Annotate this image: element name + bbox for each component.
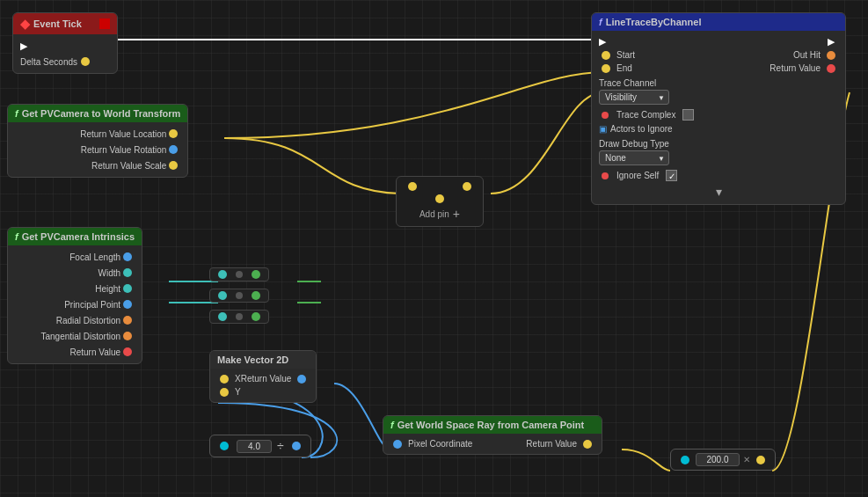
- math1-in-mid[interactable]: [236, 271, 243, 278]
- lt-ignoreself-checkbox[interactable]: [666, 170, 677, 181]
- lt-returnval-label: Return Value: [770, 63, 821, 73]
- lt-ignoreself-row: Ignore Self: [592, 168, 845, 183]
- lt-tracechannel-dropdown[interactable]: Visibility: [599, 90, 669, 105]
- lt-exec-out[interactable]: [828, 36, 838, 47]
- add-pin-label-row[interactable]: Add pin +: [419, 207, 460, 221]
- return-val-rot-pin[interactable]: [169, 145, 178, 154]
- tangential-distortion-row: Tangential Distortion: [8, 328, 142, 344]
- return-val-scale-label: Return Value Scale: [91, 161, 166, 171]
- height-label: Height: [95, 284, 120, 294]
- get-world-space-ray-title: Get World Space Ray from Camera Point: [398, 420, 585, 430]
- math1-out[interactable]: [252, 270, 260, 279]
- exec-out-row: [13, 38, 117, 54]
- radial-distortion-pin[interactable]: [123, 316, 132, 325]
- lt-tracechannel-label: Trace Channel: [599, 78, 656, 88]
- lt-start-in[interactable]: [602, 51, 610, 60]
- focal-length-row: Focal Length: [8, 249, 142, 265]
- height-row: Height: [8, 281, 142, 296]
- lt-drawdebug-dropdown-wrap[interactable]: None: [599, 150, 838, 165]
- get-pvcamera-transform-body: Return Value Location Return Value Rotat…: [8, 122, 187, 177]
- width-pin[interactable]: [123, 268, 132, 277]
- val200-out[interactable]: [756, 456, 765, 464]
- lt-outhit-pin[interactable]: [827, 51, 835, 60]
- lt-actorsignore-label: Actors to Ignore: [610, 124, 673, 134]
- return-val-rot-label: Return Value Rotation: [81, 145, 167, 155]
- lt-actorsignore-row: ▣ Actors to Ignore: [592, 122, 845, 135]
- return-val-loc-label: Return Value Location: [80, 129, 166, 139]
- tangential-distortion-pin[interactable]: [123, 332, 132, 340]
- get-pvcamera-intrinsics-node: f Get PVCamera Intrinsics Focal Length W…: [7, 227, 142, 364]
- math2-in-left[interactable]: [218, 291, 227, 300]
- lt-tracecomplex-pin[interactable]: [602, 112, 609, 119]
- lt-expand-chevron[interactable]: ▾: [592, 183, 845, 201]
- div-in-left[interactable]: [220, 442, 229, 450]
- event-tick-title: Event Tick: [33, 18, 82, 29]
- add-pin-label: Add pin: [419, 209, 449, 219]
- make-vector-2d-node: Make Vector 2D X Return Value Y: [209, 350, 317, 403]
- lt-tracecomplex-checkbox[interactable]: [682, 109, 694, 121]
- div-out[interactable]: [292, 442, 301, 450]
- math-node-2: [209, 289, 269, 303]
- lt-returnval-pin[interactable]: [827, 64, 835, 73]
- add-pin-in2[interactable]: [435, 194, 444, 203]
- add-pin-symbol[interactable]: +: [453, 207, 460, 221]
- line-trace-header: f LineTraceByChannel: [592, 13, 845, 31]
- lt-exec-in[interactable]: [599, 36, 609, 47]
- delta-seconds-pin[interactable]: [81, 57, 90, 66]
- lt-end-row: End Return Value: [592, 62, 845, 75]
- get-world-space-ray-header: f Get World Space Ray from Camera Point: [383, 416, 602, 434]
- line-trace-body: Start Out Hit End Return Value Trace Cha…: [592, 31, 845, 204]
- func-icon: f: [15, 108, 18, 119]
- lt-end-in[interactable]: [602, 64, 610, 73]
- math2-in-mid[interactable]: [236, 292, 243, 299]
- math2-out[interactable]: [252, 291, 260, 300]
- vector2d-y-row: Y: [210, 385, 316, 398]
- event-tick-node: ◆ Event Tick Delta Seconds: [12, 12, 118, 74]
- return-val-scale-pin[interactable]: [169, 161, 178, 170]
- get-world-space-ray-node: f Get World Space Ray from Camera Point …: [383, 415, 602, 455]
- vector2d-y-in[interactable]: [220, 388, 229, 397]
- lt-tracechannel-dropdown-wrap[interactable]: Visibility: [599, 90, 838, 105]
- div-value[interactable]: 4.0: [237, 440, 272, 453]
- math1-in-left[interactable]: [218, 270, 227, 279]
- return-val-loc-pin[interactable]: [169, 129, 178, 138]
- delta-seconds-label: Delta Seconds: [20, 57, 77, 67]
- lt-ignoreself-label: Ignore Self: [616, 171, 659, 180]
- gws-return-pin[interactable]: [583, 440, 592, 449]
- value-200-node: 200.0 ✕: [670, 449, 776, 471]
- exec-out-pin[interactable]: [20, 40, 31, 51]
- height-pin[interactable]: [123, 284, 132, 293]
- get-pvcamera-transform-title: Get PVCamera to World Transform: [22, 108, 181, 119]
- make-vector-2d-header: Make Vector 2D: [210, 351, 316, 369]
- radial-distortion-row: Radial Distortion: [8, 312, 142, 328]
- delta-seconds-row: Delta Seconds: [13, 54, 117, 69]
- div-node: 4.0 ÷: [209, 435, 311, 457]
- math3-in-mid[interactable]: [236, 313, 243, 320]
- vector2d-return-pin[interactable]: [297, 375, 306, 384]
- event-tick-header: ◆ Event Tick: [13, 13, 117, 34]
- val200-in[interactable]: [681, 456, 689, 464]
- lt-drawdebug-dropdown[interactable]: None: [599, 150, 669, 165]
- add-pin-out1[interactable]: [463, 182, 471, 191]
- lt-end-label: End: [616, 63, 632, 73]
- vector2d-x-row: X Return Value: [210, 372, 316, 385]
- get-pvcamera-intrinsics-header: f Get PVCamera Intrinsics: [8, 228, 142, 245]
- line-trace-node: f LineTraceByChannel Start Out Hit End R…: [591, 12, 846, 205]
- lt-ignoreself-pin[interactable]: [602, 172, 609, 179]
- val200-value[interactable]: 200.0: [696, 453, 740, 466]
- add-pin-node: Add pin +: [396, 176, 484, 227]
- intrinsics-return-val-pin[interactable]: [123, 347, 132, 356]
- vector2d-x-label: X: [235, 374, 241, 384]
- principal-point-pin[interactable]: [123, 300, 132, 309]
- math3-out[interactable]: [252, 312, 260, 321]
- focal-length-label: Focal Length: [69, 252, 120, 262]
- math-node-1: [209, 267, 269, 281]
- vector2d-x-in[interactable]: [220, 375, 229, 384]
- add-pin-in1[interactable]: [408, 182, 417, 191]
- gws-pixel-in[interactable]: [393, 440, 402, 449]
- focal-length-pin[interactable]: [123, 252, 132, 261]
- intrinsics-return-val-row: Return Value: [8, 344, 142, 360]
- return-val-loc-row: Return Value Location: [8, 126, 187, 142]
- math3-in-left[interactable]: [218, 312, 227, 321]
- val200-clear[interactable]: ✕: [743, 455, 750, 464]
